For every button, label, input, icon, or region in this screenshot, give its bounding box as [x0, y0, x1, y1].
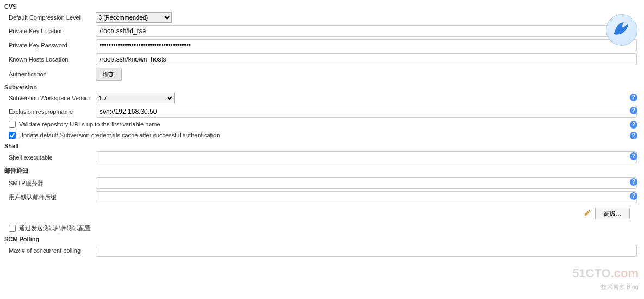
row-private-key-password: Private Key Password	[4, 38, 640, 52]
smtp-input[interactable]	[96, 177, 637, 189]
row-compression: Default Compression Level 3 (Recommended…	[4, 11, 640, 24]
svn-workspace-ver-select[interactable]: 1.7	[96, 93, 175, 103]
svn-workspace-ver-label: Subversion Workspace Version	[4, 95, 96, 101]
shell-section-title: Shell	[4, 143, 640, 149]
exclusion-input[interactable]	[96, 106, 637, 118]
help-icon[interactable]: ?	[630, 132, 637, 139]
private-key-loc-label: Private Key Location	[4, 28, 96, 34]
validate-urls-label: Validate repository URLs up to the first…	[19, 121, 160, 127]
smtp-label: SMTP服务器	[4, 179, 96, 187]
help-icon[interactable]: ?	[630, 152, 637, 160]
row-test-mail: 通过发送测试邮件测试配置	[4, 223, 640, 234]
help-icon[interactable]: ?	[630, 192, 637, 200]
row-validate-urls: Validate repository URLs up to the first…	[4, 119, 640, 130]
mail-right-buttons: 高级...	[4, 208, 640, 219]
svn-section-title: Subversion	[4, 84, 640, 90]
shell-exec-label: Shell executable	[4, 154, 96, 161]
private-key-loc-input[interactable]	[96, 25, 637, 37]
known-hosts-input[interactable]	[96, 53, 637, 65]
test-mail-label: 通过发送测试邮件测试配置	[19, 224, 91, 233]
row-mail-suffix: 用户默认邮件后缀 ?	[4, 190, 640, 204]
help-icon[interactable]: ?	[630, 121, 637, 129]
mail-suffix-label: 用户默认邮件后缀	[4, 193, 96, 202]
exclusion-label: Exclusion revprop name	[4, 108, 96, 115]
private-key-pw-label: Private Key Password	[4, 42, 96, 48]
mail-suffix-input[interactable]	[96, 191, 637, 203]
advanced-button[interactable]: 高级...	[595, 208, 630, 219]
private-key-pw-input[interactable]	[96, 39, 637, 51]
update-cache-label: Update default Subversion credentials ca…	[19, 132, 220, 138]
row-svn-workspace-version: Subversion Workspace Version 1.7 ?	[4, 91, 640, 105]
row-shell-exec: Shell executable ?	[4, 150, 640, 164]
compression-label: Default Compression Level	[4, 14, 96, 21]
row-smtp-server: SMTP服务器 ?	[4, 176, 640, 190]
row-known-hosts: Known Hosts Location	[4, 52, 640, 66]
scm-section-title: SCM Polling	[4, 236, 640, 242]
mail-section-title: 邮件通知	[4, 167, 640, 175]
help-icon[interactable]: ?	[630, 94, 637, 101]
row-exclusion-revprop: Exclusion revprop name ?	[4, 105, 640, 119]
max-polling-input[interactable]	[96, 245, 637, 257]
known-hosts-label: Known Hosts Location	[4, 56, 96, 63]
help-icon[interactable]: ?	[630, 178, 637, 186]
edit-icon[interactable]	[582, 208, 593, 218]
row-private-key-location: Private Key Location	[4, 24, 640, 38]
shell-exec-input[interactable]	[96, 151, 637, 163]
row-max-polling: Max # of concurrent polling	[4, 243, 640, 258]
compression-select[interactable]: 3 (Recommended)	[96, 12, 172, 23]
row-update-cache: Update default Subversion credentials ca…	[4, 130, 640, 141]
test-mail-checkbox[interactable]	[9, 225, 16, 232]
auth-label: Authentication	[4, 71, 96, 77]
row-authentication: Authentication 增加	[4, 66, 640, 82]
update-cache-checkbox[interactable]	[9, 132, 16, 139]
bird-logo-icon	[606, 14, 637, 46]
add-button[interactable]: 增加	[96, 68, 122, 81]
validate-urls-checkbox[interactable]	[9, 121, 16, 128]
max-polling-label: Max # of concurrent polling	[4, 247, 96, 254]
help-icon[interactable]: ?	[630, 107, 637, 114]
cvs-section-title: CVS	[4, 3, 640, 10]
